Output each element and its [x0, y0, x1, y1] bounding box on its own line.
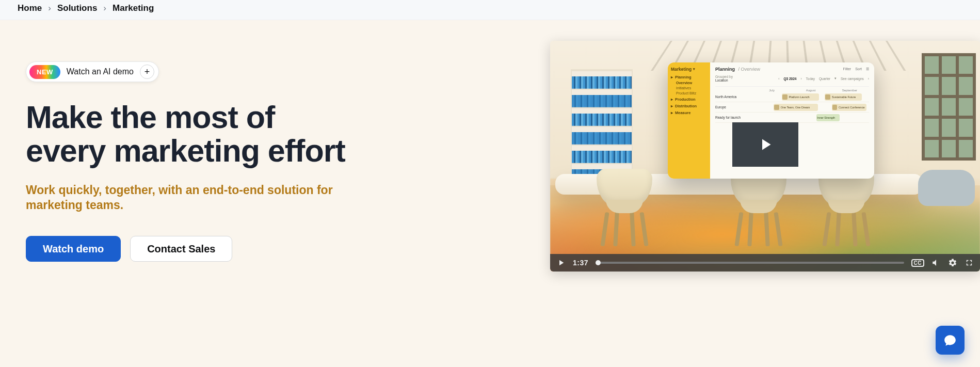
- filter-button: Filter: [843, 67, 852, 71]
- app-crumb: Planning: [715, 67, 735, 72]
- sidebar-section-planning: ▸ Planning: [671, 75, 707, 79]
- captions-button[interactable]: CC: [911, 259, 924, 267]
- video-scrubber[interactable]: [596, 262, 904, 264]
- new-badge: NEW: [29, 65, 60, 79]
- sidebar-item: Initiatives: [676, 86, 707, 90]
- more-icon: ☰: [866, 67, 869, 71]
- video-controls: 1:37 CC: [550, 254, 980, 272]
- chevron-right-icon: ›: [48, 3, 51, 13]
- volume-icon: [931, 258, 941, 267]
- fullscreen-icon: [965, 258, 974, 267]
- ai-demo-label: Watch an AI demo: [67, 67, 134, 76]
- breadcrumb-solutions[interactable]: Solutions: [57, 3, 97, 13]
- hero-title: Make the most of every marketing effort: [26, 101, 346, 168]
- hero-subtitle: Work quickly, together, with an end-to-e…: [26, 183, 346, 214]
- timeline-row-label: Ready for launch: [715, 116, 752, 119]
- workspace-switcher: Marketing: [671, 67, 707, 72]
- hero-video[interactable]: Marketing ▸ Planning Overview Initiative…: [550, 41, 980, 272]
- fullscreen-button[interactable]: [965, 258, 974, 267]
- play-button[interactable]: [732, 122, 798, 167]
- settings-button[interactable]: [948, 258, 957, 267]
- video-time: 1:37: [573, 259, 588, 267]
- gear-icon: [948, 258, 957, 267]
- watch-demo-button[interactable]: Watch demo: [26, 236, 121, 262]
- sidebar-item: Product Blitz: [676, 91, 707, 95]
- breadcrumb-current: Marketing: [113, 3, 154, 13]
- sidebar-section-production: ▸ Production: [671, 97, 707, 102]
- sidebar-item-overview: Overview: [676, 81, 707, 85]
- volume-button[interactable]: [931, 258, 941, 267]
- plus-icon: +: [140, 65, 154, 79]
- contact-sales-button[interactable]: Contact Sales: [130, 236, 232, 262]
- play-pause-button[interactable]: [556, 258, 566, 267]
- play-icon: [556, 258, 566, 267]
- sidebar-section-measure: ▸ Measure: [671, 110, 707, 115]
- play-icon: [756, 135, 775, 154]
- breadcrumb-home[interactable]: Home: [18, 3, 42, 13]
- sort-button: Sort: [855, 67, 862, 71]
- ai-demo-pill[interactable]: NEW Watch an AI demo +: [26, 61, 159, 82]
- timeline-row-label: North America: [715, 95, 752, 99]
- chevron-right-icon: ›: [103, 3, 106, 13]
- timeline-row-label: Europe: [715, 105, 752, 109]
- breadcrumb: Home › Solutions › Marketing: [0, 0, 980, 20]
- quarter-label: Q3 2024: [784, 77, 797, 81]
- sidebar-section-distribution: ▸ Distribution: [671, 104, 707, 108]
